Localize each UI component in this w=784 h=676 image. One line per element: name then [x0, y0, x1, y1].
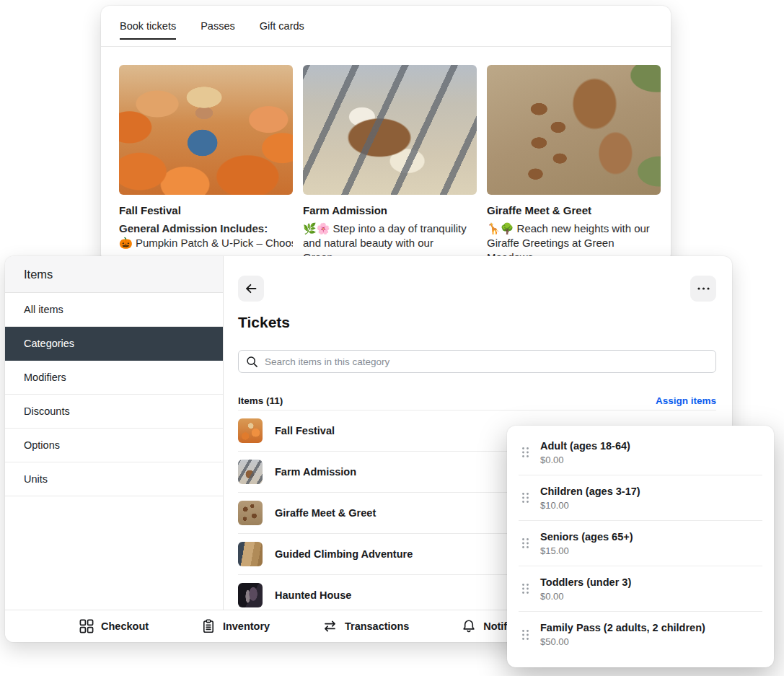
card-title: Farm Admission [303, 204, 477, 216]
drag-handle-icon[interactable] [521, 629, 529, 641]
card-fall-festival[interactable]: Fall Festival General Admission Includes… [119, 65, 293, 265]
farm-admission-photo [303, 65, 477, 195]
nav-label: Checkout [101, 620, 149, 632]
page-title: Tickets [238, 314, 290, 331]
product-cards: Fall Festival General Admission Includes… [119, 65, 661, 265]
card-description: General Admission Includes: 🎃 Pumpkin Pa… [119, 221, 293, 250]
search-box [238, 350, 716, 373]
variation-row-family-pass[interactable]: Family Pass (2 adults, 2 children) $50.0… [519, 612, 762, 657]
sidebar-item-units[interactable]: Units [5, 462, 223, 496]
variation-price: $15.00 [540, 545, 633, 556]
ellipsis-icon [697, 287, 710, 290]
tab-gift-cards[interactable]: Gift cards [260, 6, 304, 46]
drag-handle-icon[interactable] [521, 447, 529, 458]
item-list-header: Items (11) Assign items [238, 392, 716, 409]
nav-transactions[interactable]: Transactions [322, 619, 409, 633]
drag-handle-icon[interactable] [521, 537, 529, 549]
search-icon [246, 356, 258, 368]
item-name: Fall Festival [275, 425, 335, 436]
back-button[interactable] [238, 276, 264, 302]
tab-passes[interactable]: Passes [201, 6, 235, 46]
item-name: Giraffe Meet & Greet [275, 507, 376, 519]
drag-handle-icon[interactable] [521, 583, 529, 594]
variation-row-adult[interactable]: Adult (ages 18-64) $0.00 [519, 430, 762, 475]
nav-label: Transactions [345, 620, 409, 632]
grid-icon [79, 619, 94, 633]
variation-price: $10.00 [540, 500, 640, 511]
sidebar-title: Items [5, 256, 223, 293]
item-name: Guided Climbing Adventure [275, 548, 413, 560]
storefront-tabbar: Book tickets Passes Gift cards [101, 6, 671, 47]
more-options-button[interactable] [690, 276, 716, 302]
variation-price: $0.00 [540, 591, 631, 602]
sidebar-item-all-items[interactable]: All items [5, 293, 223, 327]
variation-price: $50.00 [540, 636, 705, 647]
variation-row-children[interactable]: Children (ages 3-17) $10.00 [519, 475, 762, 521]
search-input[interactable] [265, 356, 708, 367]
card-desc-line2: 🎃 Pumpkin Patch & U-Pick – Choose… [119, 236, 293, 250]
bell-icon [462, 619, 476, 633]
clipboard-icon [201, 619, 216, 633]
fall-festival-photo [119, 65, 293, 195]
drag-handle-icon[interactable] [521, 492, 529, 504]
ticket-variations-panel: Adult (ages 18-64) $0.00 Children (ages … [507, 426, 774, 667]
item-thumbnail [238, 460, 263, 484]
items-sidebar: Items All items Categories Modifiers Dis… [5, 256, 224, 642]
card-title: Giraffe Meet & Greet [487, 204, 661, 216]
card-farm-admission[interactable]: Farm Admission 🌿🌸 Step into a day of tra… [303, 65, 477, 265]
variation-name: Children (ages 3-17) [540, 486, 640, 497]
sidebar-item-options[interactable]: Options [5, 429, 223, 462]
assign-items-link[interactable]: Assign items [656, 395, 716, 406]
variation-name: Family Pass (2 adults, 2 children) [540, 622, 705, 633]
variation-row-toddlers[interactable]: Toddlers (under 3) $0.00 [519, 566, 762, 612]
nav-label: Inventory [223, 620, 270, 632]
transfer-arrows-icon [322, 619, 338, 633]
item-thumbnail [238, 501, 263, 525]
back-arrow-icon [244, 281, 258, 296]
nav-checkout[interactable]: Checkout [79, 619, 149, 633]
sidebar-item-modifiers[interactable]: Modifiers [5, 361, 223, 395]
item-name: Farm Admission [275, 466, 356, 478]
tab-book-tickets[interactable]: Book tickets [120, 6, 176, 46]
items-count-label: Items (11) [238, 395, 283, 406]
card-giraffe-meet-greet[interactable]: Giraffe Meet & Greet 🦒🌳 Reach new height… [487, 65, 661, 265]
variation-price: $0.00 [540, 455, 630, 465]
item-thumbnail [238, 542, 263, 566]
storefront-window: Book tickets Passes Gift cards Fall Fest… [101, 6, 671, 263]
item-thumbnail [238, 583, 263, 607]
variation-name: Toddlers (under 3) [540, 576, 631, 588]
variation-name: Adult (ages 18-64) [540, 440, 630, 452]
sidebar-item-discounts[interactable]: Discounts [5, 395, 223, 429]
variation-row-seniors[interactable]: Seniors (ages 65+) $15.00 [519, 521, 762, 566]
giraffe-photo [487, 65, 661, 195]
nav-inventory[interactable]: Inventory [201, 619, 270, 633]
card-title: Fall Festival [119, 204, 293, 216]
card-desc-line1: General Admission Includes: [119, 221, 293, 236]
variation-name: Seniors (ages 65+) [540, 531, 633, 543]
item-name: Haunted House [275, 589, 351, 601]
sidebar-item-categories[interactable]: Categories [5, 327, 223, 361]
item-thumbnail [238, 418, 263, 443]
